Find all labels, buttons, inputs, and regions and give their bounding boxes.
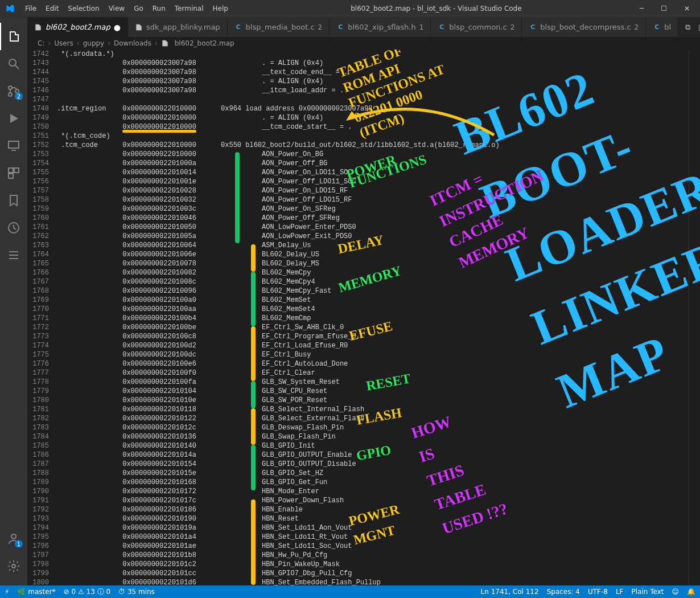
code-line[interactable]: 0x000000002201006e BL602_Delay_US — [57, 250, 689, 259]
activity-extensions[interactable] — [0, 159, 27, 187]
menu-selection[interactable]: Selection — [63, 5, 104, 13]
activity-bookmarks[interactable] — [0, 187, 27, 214]
code-line[interactable]: 0x0000000022010014 AON_Power_On_LDO11_SO… — [57, 168, 689, 177]
code-line[interactable]: 0x000000002201000a AON_Power_Off_BG — [57, 159, 689, 168]
code-line[interactable]: 0x0000000022010082 BL602_MemCpy — [57, 268, 689, 277]
code-line[interactable]: 0x0000000022010190 HBN_Reset — [57, 514, 689, 523]
code-line[interactable] — [57, 95, 689, 104]
encoding[interactable]: UTF-8 — [588, 588, 608, 596]
code-line[interactable]: 0x0000000022010000 . = ALIGN (0x4) — [57, 113, 689, 122]
code-line[interactable]: 0x000000002201017c HBN_Power_Down_Flash — [57, 496, 689, 505]
code-line[interactable]: 0x00000000220100be EF_Ctrl_Sw_AHB_Clk_0 — [57, 323, 689, 332]
code-line[interactable]: *(.tcm_code) — [57, 132, 689, 141]
tab-5[interactable]: Cblsp_boot_decompress.c2 — [522, 17, 646, 37]
code-line[interactable]: 0x00000000220100aa BL602_MemSet4 — [57, 305, 689, 314]
code-line[interactable]: 0x00000000220101b8 HBN_Hw_Pu_Pd_Cfg — [57, 551, 689, 560]
git-branch[interactable]: 🌿 master* — [17, 588, 55, 596]
code-line[interactable]: 0x000000002201014a GLB_GPIO_OUTPUT_Enabl… — [57, 450, 689, 460]
code-line[interactable]: 0x000000002201010e GLB_SW_POR_Reset — [57, 396, 689, 405]
code-line[interactable]: 0x0000000022010172 HBN_Mode_Enter — [57, 487, 689, 496]
code-line[interactable]: 0x000000002201012c GLB_Deswap_Flash_Pin — [57, 423, 689, 432]
close-icon[interactable]: ✕ — [684, 5, 690, 13]
code-line[interactable]: 0x0000000022010050 AON_LowPower_Enter_PD… — [57, 223, 689, 232]
code-line[interactable]: .itcm_region 0x0000000022010000 0x964 lo… — [57, 104, 689, 113]
tab-3[interactable]: Cbl602_xip_sflash.h1 — [330, 17, 431, 37]
code-line[interactable]: 0x00000000220101a4 HBN_Set_Ldo11_Rt_Vout — [57, 533, 689, 542]
code-line[interactable]: 0x0000000022010046 AON_Power_Off_SFReg — [57, 214, 689, 223]
language-mode[interactable]: Plain Text — [632, 588, 664, 596]
breadcrumb-segment[interactable]: bl602_boot2.map — [175, 39, 234, 47]
code-line[interactable]: 0x0000000022010154 GLB_GPIO_OUTPUT_Disab… — [57, 460, 689, 469]
menu-go[interactable]: Go — [129, 5, 148, 13]
code-line[interactable]: 0x000000002201008c BL602_MemCpy4 — [57, 277, 689, 286]
menu-help[interactable]: Help — [208, 5, 233, 13]
breadcrumb-segment[interactable]: Users — [54, 39, 73, 47]
breadcrumb-segment[interactable]: guppy — [83, 39, 105, 47]
code-line[interactable]: 0x00000000220101c2 HBN_Pin_WakeUp_Mask — [57, 560, 689, 569]
code-line[interactable]: 0x0000000022010122 GLB_Select_External_F… — [57, 414, 689, 423]
code-line[interactable]: 0x000000002201015e GLB_GPIO_Set_HZ — [57, 469, 689, 478]
code-line[interactable]: 0x00000000220100dc EF_Ctrl_Busy — [57, 350, 689, 359]
menu-file[interactable]: File — [20, 5, 41, 13]
code-line[interactable]: 0x0000000022010096 BL602_MemCpy_Fast — [57, 286, 689, 296]
code-area[interactable]: 1742174317441745174617471748174917501751… — [27, 50, 700, 585]
code-line[interactable]: 0x0000000023007a98 __text_code_end__ = . — [57, 68, 689, 77]
maximize-icon[interactable]: ☐ — [661, 5, 667, 13]
tab-4[interactable]: Cblsp_common.c2 — [431, 17, 522, 37]
code-line[interactable]: 0x000000002201005a AON_LowPower_Exit_PDS… — [57, 232, 689, 241]
code-line[interactable]: 0x00000000220100e6 EF_Ctrl_AutoLoad_Done — [57, 359, 689, 368]
activity-timeline[interactable] — [0, 214, 27, 241]
breadcrumb-segment[interactable]: C: — [38, 39, 44, 47]
minimap[interactable] — [689, 50, 700, 585]
code-line[interactable]: 0x0000000022010186 HBN_Enable — [57, 505, 689, 514]
code-line[interactable]: 0x000000002201003c AON_Power_On_SFReg — [57, 204, 689, 214]
tab-0[interactable]: bl602_boot2.map● — [27, 17, 128, 37]
activity-explorer[interactable] — [0, 23, 27, 50]
tab-1[interactable]: sdk_app_blinky.map — [128, 17, 228, 37]
code-line[interactable]: 0x000000002201019a HBN_Set_Ldo11_Aon_Vou… — [57, 523, 689, 533]
menu-view[interactable]: View — [104, 5, 129, 13]
indent[interactable]: Spaces: 4 — [547, 588, 580, 596]
code-line[interactable]: 0x00000000220100f0 EF_Ctrl_Clear — [57, 368, 689, 378]
eol[interactable]: LF — [616, 588, 624, 596]
code-line[interactable]: 0x0000000022010118 GLB_Select_Internal_F… — [57, 405, 689, 414]
menu-terminal[interactable]: Terminal — [170, 5, 208, 13]
code-line[interactable]: 0x00000000220100fa GLB_SW_System_Reset — [57, 378, 689, 387]
tab-2[interactable]: Cblsp_media_boot.c2 — [228, 17, 330, 37]
code-line[interactable]: 0x0000000022010168 GLB_GPIO_Get_Fun — [57, 478, 689, 487]
feedback-icon[interactable]: ☺ — [672, 588, 679, 596]
code-line[interactable]: .tcm_code 0x0000000022010000 0x550 bl602… — [57, 141, 689, 150]
problems[interactable]: ⊘ 0 ⚠ 13 ⓘ 0 — [64, 587, 110, 597]
activity-remote[interactable] — [0, 132, 27, 159]
code-line[interactable]: 0x0000000022010078 BL602_Delay_MS — [57, 259, 689, 268]
activity-account[interactable]: 1 — [0, 525, 27, 552]
code-line[interactable]: 0x000000002201001e AON_Power_Off_LDO11_S… — [57, 177, 689, 186]
minimize-icon[interactable]: ─ — [640, 5, 644, 13]
code-line[interactable]: 0x00000000220101cc HBN_GPIO7_Dbg_Pull_Cf… — [57, 569, 689, 578]
code-line[interactable]: 0x0000000022010032 AON_Power_Off_LDO15_R… — [57, 195, 689, 204]
breadcrumb-segment[interactable]: Downloads — [114, 39, 151, 47]
code-line[interactable]: 0x0000000022010104 GLB_SW_CPU_Reset — [57, 387, 689, 396]
notifications-icon[interactable]: 🔔 — [687, 588, 695, 596]
code-content[interactable]: *(.srodata.*) 0x0000000023007a98 . = ALI… — [57, 50, 689, 585]
code-line[interactable]: 0x0000000023007a98 __itcm_load_addr = . — [57, 86, 689, 95]
code-line[interactable]: 0x0000000022010140 GLB_GPIO_Init — [57, 441, 689, 450]
code-line[interactable]: 0x0000000022010028 AON_Power_On_LDO15_RF — [57, 186, 689, 195]
code-line[interactable]: 0x00000000220100a0 BL602_MemSet — [57, 296, 689, 305]
code-line[interactable]: 0x00000000220101d6 HBN_Set_Embedded_Flas… — [57, 578, 689, 585]
activity-outline[interactable] — [0, 241, 27, 269]
code-line[interactable]: 0x0000000022010136 GLB_Swap_Flash_Pin — [57, 432, 689, 441]
code-line[interactable]: 0x0000000022010000 __tcm_code_start__ = … — [57, 122, 689, 132]
code-line[interactable]: 0x0000000023007a98 . = ALIGN (0x4) — [57, 59, 689, 68]
code-line[interactable]: 0x0000000022010064 ASM_Delay_Us — [57, 241, 689, 250]
activity-source-control[interactable]: 2 — [0, 77, 27, 105]
compare-icon[interactable]: ⧉ — [685, 23, 690, 32]
remote-indicator-icon[interactable]: ⚡ — [5, 588, 9, 596]
code-line[interactable]: 0x00000000220100b4 BL602_MemCmp — [57, 314, 689, 323]
menu-edit[interactable]: Edit — [41, 5, 63, 13]
breadcrumb[interactable]: C:›Users›guppy›Downloads›bl602_boot2.map — [27, 37, 700, 50]
activity-settings[interactable] — [0, 552, 27, 580]
code-line[interactable]: 0x00000000220100c8 EF_Ctrl_Program_Efuse… — [57, 332, 689, 341]
activity-search[interactable] — [0, 50, 27, 77]
cursor-position[interactable]: Ln 1741, Col 112 — [481, 588, 539, 596]
